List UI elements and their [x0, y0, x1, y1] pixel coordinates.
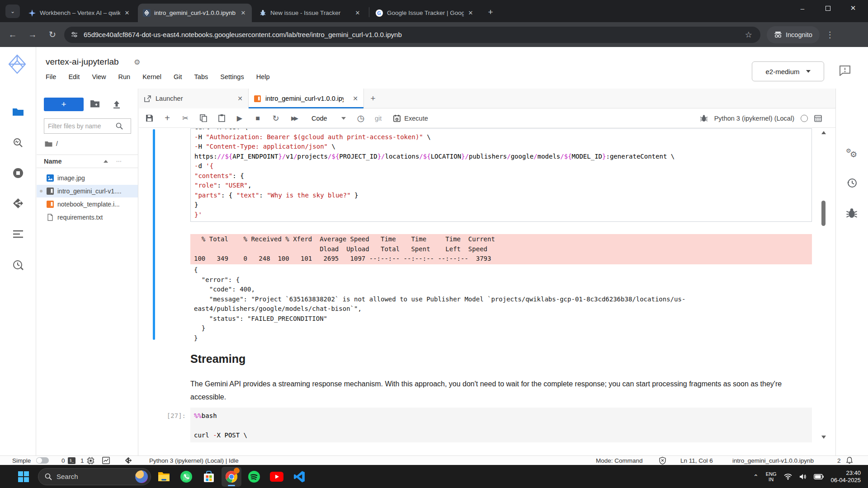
menu-file[interactable]: File	[46, 73, 56, 80]
history-icon[interactable]	[846, 177, 858, 189]
taskbar-microsoft-store[interactable]	[199, 467, 219, 487]
browser-menu-icon[interactable]: ⋮	[826, 30, 834, 40]
cursor-position[interactable]: Ln 11, Col 6	[680, 456, 713, 465]
taskbar-clock[interactable]: 23:40 06-04-2025	[831, 469, 861, 484]
mode-indicator[interactable]: Mode: Command	[596, 456, 643, 465]
menu-edit[interactable]: Edit	[68, 73, 80, 80]
new-tab-button[interactable]: +	[485, 6, 496, 18]
restart-kernel-button[interactable]: ↻	[268, 112, 283, 125]
volume-icon[interactable]	[799, 474, 807, 480]
doc-tab-close-icon[interactable]: ✕	[237, 95, 243, 102]
start-button[interactable]	[14, 467, 33, 487]
code-cell-input-bash[interactable]: %%bash curl -X POST \	[190, 408, 812, 442]
git-status-icon[interactable]	[125, 456, 132, 465]
scrollbar-thumb[interactable]	[821, 201, 826, 226]
kernel-name[interactable]: Python 3 (ipykernel) (Local)	[714, 115, 794, 122]
reload-button[interactable]: ↻	[45, 28, 60, 42]
markdown-cell[interactable]: Streaming The Gemini API provides a stre…	[190, 352, 816, 404]
history-clock-icon[interactable]: ◷	[353, 112, 368, 125]
feedback-icon[interactable]	[839, 65, 851, 76]
tab-close-icon[interactable]: ✕	[467, 9, 475, 17]
kernel-status-text[interactable]: Python 3 (ipykernel) (Local) | Idle	[149, 456, 239, 465]
taskbar-vscode[interactable]	[289, 467, 309, 487]
kernel-count[interactable]: 1	[80, 456, 84, 465]
menu-help[interactable]: Help	[256, 73, 270, 80]
browser-tab-workbench[interactable]: Workbench – Vertex AI – qwikla ✕	[24, 4, 136, 22]
sidebar-running-kernels-icon[interactable]	[11, 166, 25, 180]
taskbar-whatsapp[interactable]	[176, 467, 196, 487]
cell-type-dropdown[interactable]: Code	[307, 112, 350, 125]
forward-button[interactable]: →	[25, 28, 40, 42]
breadcrumb[interactable]: /	[45, 140, 58, 147]
taskbar-chrome[interactable]	[222, 467, 241, 487]
browser-tab-notebook[interactable]: intro_gemini_curl-v1.0.0.ipynb ✕	[138, 4, 252, 22]
debugger-bug-icon[interactable]	[700, 115, 708, 122]
file-row-intro-notebook[interactable]: intro_gemini_curl-v1....	[37, 185, 138, 197]
add-cell-button[interactable]: +	[160, 112, 175, 125]
save-button[interactable]	[142, 112, 157, 125]
sidebar-notebook-jobs-icon[interactable]	[11, 258, 25, 272]
property-inspector-icon[interactable]: ⚙⚙	[846, 146, 859, 159]
tab-close-icon[interactable]: ✕	[239, 9, 247, 17]
file-row-template-notebook[interactable]: notebook_template.i...	[37, 198, 138, 211]
add-doc-tab-button[interactable]: +	[364, 89, 382, 108]
bookmark-star-icon[interactable]: ☆	[745, 30, 752, 40]
file-filter-input[interactable]	[48, 122, 116, 130]
breadcrumb-root[interactable]: /	[56, 140, 58, 147]
wifi-icon[interactable]	[784, 474, 792, 480]
copy-cell-button[interactable]	[196, 112, 211, 125]
sidebar-search-icon[interactable]	[11, 136, 25, 150]
browser-tab-new-issue[interactable]: New issue - Issue Tracker ✕	[254, 4, 366, 22]
title-gear-icon[interactable]: ⚙	[134, 58, 140, 66]
doc-tab-close-icon[interactable]: ✕	[353, 95, 358, 102]
menu-tabs[interactable]: Tabs	[194, 73, 208, 80]
tab-close-icon[interactable]: ✕	[354, 9, 362, 17]
execute-button[interactable]: Execute	[393, 114, 428, 122]
doc-tab-notebook[interactable]: intro_gemini_curl-v1.0.0.ipynb ✕	[249, 89, 364, 108]
doc-tab-launcher[interactable]: Launcher ✕	[139, 89, 249, 108]
git-toolbar-label[interactable]: git	[375, 115, 382, 122]
taskbar-search-box[interactable]: Search	[38, 468, 151, 485]
scroll-up-arrow[interactable]	[821, 131, 826, 134]
kernel-chip-icon[interactable]	[87, 456, 94, 465]
simple-mode-toggle[interactable]	[36, 456, 49, 465]
restart-run-all-button[interactable]: ▶▶	[286, 112, 302, 125]
file-list-header[interactable]: Name ⋯	[37, 155, 138, 168]
new-launcher-button[interactable]: +	[44, 98, 84, 111]
tab-close-icon[interactable]: ✕	[123, 9, 131, 17]
code-cell-input[interactable]: curl -X POST \ -H "Authorization: Bearer…	[190, 128, 812, 222]
language-indicator[interactable]: ENGIN	[766, 471, 777, 482]
menu-run[interactable]: Run	[118, 73, 131, 80]
battery-icon[interactable]	[814, 474, 824, 479]
terminal-count[interactable]: 0	[61, 456, 65, 465]
scroll-down-arrow[interactable]	[821, 436, 826, 439]
calendar-icon[interactable]	[814, 114, 822, 122]
stop-kernel-button[interactable]: ■	[250, 112, 265, 125]
notification-count[interactable]: 2	[837, 456, 841, 465]
taskbar-file-explorer[interactable]	[154, 467, 174, 487]
site-settings-icon[interactable]	[71, 31, 78, 38]
notebook-scrollbar[interactable]	[820, 128, 828, 455]
debugger-bug-icon[interactable]	[846, 208, 858, 219]
machine-type-dropdown[interactable]: e2-medium	[752, 61, 824, 81]
file-filter-box[interactable]	[44, 118, 131, 134]
address-bar[interactable]: 65d9ce40afcf8674-dot-us-east4.notebooks.…	[64, 27, 760, 43]
tab-search-button[interactable]: ⌄	[5, 5, 20, 18]
back-button[interactable]: ←	[5, 28, 20, 42]
window-restore-button[interactable]	[817, 0, 838, 16]
browser-tab-issue-tracker[interactable]: G Google Issue Tracker | Google ✕	[371, 4, 479, 22]
notebook-content[interactable]: curl -X POST \ -H "Authorization: Bearer…	[139, 128, 835, 455]
kernel-status-circle[interactable]	[801, 115, 808, 122]
bell-icon[interactable]	[846, 456, 853, 465]
window-close-button[interactable]: ✕	[843, 0, 863, 16]
cut-cell-button[interactable]: ✂	[178, 112, 193, 125]
window-minimize-button[interactable]: –	[792, 0, 813, 16]
taskbar-spotify[interactable]	[244, 467, 264, 487]
trust-shield-icon[interactable]	[659, 456, 666, 465]
new-folder-icon[interactable]	[90, 99, 100, 108]
sidebar-git-icon[interactable]	[11, 196, 25, 211]
file-row-requirements[interactable]: requirements.txt	[37, 211, 138, 224]
tray-chevron-up-icon[interactable]: ⌃	[753, 473, 759, 480]
menu-settings[interactable]: Settings	[220, 73, 244, 80]
menu-view[interactable]: View	[92, 73, 106, 80]
